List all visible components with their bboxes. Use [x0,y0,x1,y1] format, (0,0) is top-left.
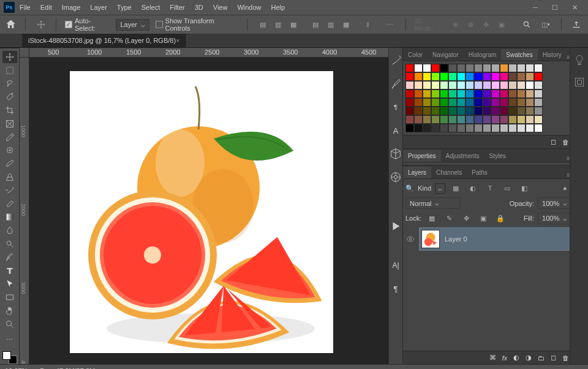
swatch[interactable] [423,107,431,115]
fill-input[interactable]: 100%⌵ [538,213,571,224]
swatch[interactable] [491,124,500,132]
swatch[interactable] [405,115,414,124]
swatch[interactable] [457,64,466,72]
status-arrow-icon[interactable]: ▸ [107,367,111,369]
swatch[interactable] [491,98,500,107]
swatch[interactable] [423,81,431,89]
swatch[interactable] [414,72,423,81]
link-layers-icon[interactable]: ⌘ [489,354,496,362]
swatch[interactable] [431,64,440,72]
swatch[interactable] [491,89,500,98]
new-swatch-icon[interactable]: ◻ [551,138,556,146]
swatch[interactable] [526,115,534,124]
move-tool-icon[interactable] [34,18,47,31]
lock-artboard-icon[interactable]: ▣ [477,211,490,225]
swatch[interactable] [526,89,534,98]
swatch[interactable] [448,64,457,72]
swatch[interactable] [448,89,457,98]
hand-tool[interactable] [2,305,17,317]
swatch[interactable] [405,89,414,98]
swatch[interactable] [457,89,466,98]
tab-color[interactable]: Color [403,49,428,61]
swatch[interactable] [440,89,448,98]
swatch[interactable] [405,107,414,115]
show-transform-checkbox[interactable] [156,21,163,28]
align-bottom-icon[interactable]: ▦ [339,18,353,31]
edit-toolbar-icon[interactable]: ⋯ [2,334,17,346]
menu-layer[interactable]: Layer [85,1,112,13]
swatch[interactable] [414,115,423,124]
swatch[interactable] [440,64,448,72]
home-icon[interactable] [5,18,17,31]
swatch[interactable] [457,81,466,89]
swatch[interactable] [440,107,448,115]
swatch[interactable] [483,98,491,107]
swatch[interactable] [440,72,448,81]
menu-filter[interactable]: Filter [165,1,189,13]
menu-edit[interactable]: Edit [36,1,57,13]
new-layer-icon[interactable]: ◻ [551,354,556,362]
swatch[interactable] [526,64,534,72]
swatch[interactable] [457,124,466,132]
panel-menu-icon[interactable]: ≡ [511,154,574,162]
swatch[interactable] [431,124,440,132]
panel-menu-icon[interactable]: ≡ [492,171,574,178]
swatch[interactable] [508,64,517,72]
swatch[interactable] [466,64,474,72]
character-panel-icon[interactable]: A [389,124,402,137]
swatch[interactable] [500,72,508,81]
swatch[interactable] [414,81,423,89]
move-tool[interactable] [2,51,17,63]
align-middle-icon[interactable]: ▥ [324,18,337,31]
swatch[interactable] [534,81,543,89]
tab-history[interactable]: History [538,49,567,61]
swatch[interactable] [414,64,423,72]
libraries-cc-icon[interactable] [573,76,586,88]
3d-panel-icon[interactable] [389,147,402,161]
paragraph-panel-icon[interactable]: ¶ [389,101,402,114]
swatch[interactable] [483,72,491,81]
brush-panel-icon[interactable] [389,54,402,67]
swatch[interactable] [474,81,483,89]
type-tool[interactable] [2,265,17,277]
filter-type-icon[interactable]: T [483,181,497,195]
minimize-button[interactable]: ─ [526,2,545,13]
swatch[interactable] [517,107,526,115]
swatch[interactable] [448,115,457,124]
ruler-origin[interactable] [20,48,29,58]
swatch[interactable] [466,115,474,124]
workspace-icon[interactable]: ◫▾ [540,18,552,31]
swatch[interactable] [423,64,431,72]
swatch[interactable] [474,115,483,124]
layer-visibility-toggle[interactable] [405,234,415,244]
libraries-icon[interactable] [389,170,402,184]
swatch[interactable] [414,107,423,115]
menu-help[interactable]: Help [266,1,290,13]
glyphs-a-icon[interactable]: A| [389,259,402,272]
swatch[interactable] [534,89,543,98]
layer-thumbnail[interactable] [421,230,440,248]
swatch[interactable] [491,107,500,115]
auto-select-target-dropdown[interactable]: Layer⌵ [116,19,149,31]
menu-file[interactable]: File [15,1,36,13]
tab-layers[interactable]: Layers [403,167,431,178]
layer-mask-icon[interactable]: ◐ [513,354,519,362]
pen-tool[interactable] [2,251,17,264]
swatch[interactable] [448,81,457,89]
new-fill-layer-icon[interactable]: ◑ [526,354,532,362]
swatch[interactable] [508,107,517,115]
blur-tool[interactable] [2,224,17,237]
menu-image[interactable]: Image [57,1,86,13]
swatch[interactable] [534,72,543,81]
tab-properties[interactable]: Properties [403,150,441,162]
swatch[interactable] [474,107,483,115]
swatch[interactable] [423,98,431,107]
swatch[interactable] [500,89,508,98]
swatch[interactable] [517,72,526,81]
swatch[interactable] [440,81,448,89]
swatch[interactable] [457,115,466,124]
rectangle-tool[interactable] [2,291,17,303]
swatch[interactable] [414,124,423,132]
tab-histogram[interactable]: Histogram [464,49,502,61]
swatch[interactable] [466,98,474,107]
